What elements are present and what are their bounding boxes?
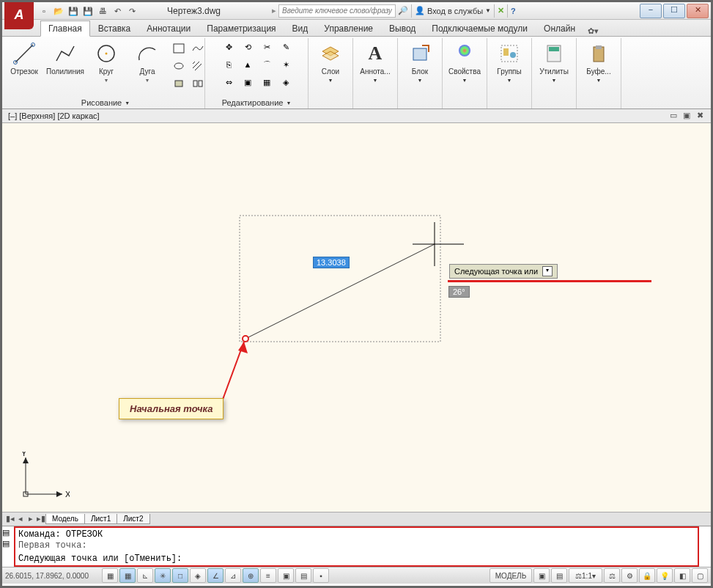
tab-output[interactable]: Вывод xyxy=(381,21,424,36)
move-icon[interactable]: ✥ xyxy=(219,38,238,56)
panel-groups[interactable]: Группы▼ xyxy=(487,38,532,109)
qat-new-icon[interactable]: ▫ xyxy=(38,5,50,17)
polar-button[interactable]: ✳ xyxy=(155,568,171,583)
otrack-button[interactable]: ∠ xyxy=(207,568,223,583)
tab-next-icon[interactable]: ▸ xyxy=(26,514,36,524)
tab-last-icon[interactable]: ▸▮ xyxy=(36,514,46,524)
cmd-prompt-line[interactable]: Следующая точка или [оТменить]: xyxy=(15,552,698,565)
copy-icon[interactable]: ⎘ xyxy=(219,56,238,73)
annotation-scale-button[interactable]: ⚖ 1:1▾ xyxy=(569,568,602,583)
qp-button[interactable]: ▤ xyxy=(295,568,311,583)
erase-icon[interactable]: ✎ xyxy=(276,38,295,56)
model-tab[interactable]: Модель xyxy=(45,514,85,524)
vp-minimize-icon[interactable]: ▭ xyxy=(668,111,679,121)
tab-manage[interactable]: Управление xyxy=(316,21,381,36)
cmd-opts-icon[interactable]: ▤ xyxy=(2,539,14,548)
osnap-button[interactable]: □ xyxy=(172,568,188,583)
model-space-button[interactable]: МОДЕЛЬ xyxy=(490,568,532,583)
panel-draw-label[interactable]: Рисование ▼ xyxy=(81,98,130,107)
panel-clipboard[interactable]: Буфе...▼ xyxy=(577,38,621,109)
app-menu-button[interactable]: A xyxy=(4,1,34,29)
explode-icon[interactable]: ✶ xyxy=(276,56,295,73)
tab-prev-icon[interactable]: ◂ xyxy=(15,514,26,524)
exchange-icon[interactable]: ✕ xyxy=(498,6,504,15)
annotation-visibility-icon[interactable]: ⚖ xyxy=(604,568,620,583)
drawing-canvas[interactable]: 13.3038 Следующая точка или ▾ 26° Началь… xyxy=(2,123,711,512)
panel-properties[interactable]: Свойства▼ xyxy=(443,38,487,109)
vp-maximize-icon[interactable]: ▣ xyxy=(681,111,692,121)
search-input[interactable] xyxy=(278,4,396,18)
binoculars-icon[interactable]: 🔎 xyxy=(398,6,408,15)
layout1-tab[interactable]: Лист1 xyxy=(84,514,117,524)
prompt-dropdown-icon[interactable]: ▾ xyxy=(542,266,553,276)
sc-button[interactable]: ▪ xyxy=(313,568,329,583)
line-button[interactable]: Отрезок xyxy=(5,38,43,84)
quickview-drawings-icon[interactable]: ▤ xyxy=(551,568,567,583)
snap-mode-button[interactable]: ▦ xyxy=(102,568,118,583)
layout2-tab[interactable]: Лист2 xyxy=(117,514,149,524)
tab-view[interactable]: Вид xyxy=(284,21,317,36)
rectangle-icon[interactable] xyxy=(169,40,188,57)
maximize-button[interactable]: ☐ xyxy=(663,4,685,18)
panel-annotation[interactable]: AАннота...▼ xyxy=(353,38,398,109)
polyline-button[interactable]: Полилиния xyxy=(46,38,84,84)
grid-button[interactable]: ▦ xyxy=(119,568,136,583)
tab-plugins[interactable]: Подключаемые модули xyxy=(424,21,536,36)
lineweight-button[interactable]: ≡ xyxy=(260,568,276,583)
hardware-accel-icon[interactable]: 💡 xyxy=(657,568,673,583)
model-tabs: ▮◂ ◂ ▸ ▸▮ Модель Лист1 Лист2 xyxy=(2,512,711,526)
clean-screen-icon[interactable]: ▢ xyxy=(692,568,708,583)
tab-online[interactable]: Онлайн xyxy=(536,21,583,36)
trim-icon[interactable]: ✂ xyxy=(257,38,276,56)
workspace-switch-icon[interactable]: ⚙ xyxy=(621,568,638,583)
dynamic-length-input[interactable]: 13.3038 xyxy=(313,257,350,268)
tab-parametric[interactable]: Параметризация xyxy=(199,21,284,36)
login-link[interactable]: 👤 Вход в службы ▼ xyxy=(415,6,491,15)
command-window[interactable]: ▤ ▤ Команда: ОТРЕЗОК Первая точка: Следу… xyxy=(2,526,711,567)
tab-home[interactable]: Главная xyxy=(40,21,90,37)
ribbon-more-icon[interactable]: ✿▾ xyxy=(588,26,599,36)
stretch-icon[interactable]: ⇔ xyxy=(219,73,238,91)
svg-rect-5 xyxy=(174,44,184,53)
minimize-button[interactable]: − xyxy=(640,4,662,18)
qat-save-icon[interactable]: 💾 xyxy=(67,5,79,17)
panel-utilities[interactable]: Утилиты▼ xyxy=(532,38,577,109)
close-button[interactable]: ✕ xyxy=(687,4,709,18)
tab-insert[interactable]: Вставка xyxy=(90,21,139,36)
qat-redo-icon[interactable]: ↷ xyxy=(126,5,138,17)
ellipse-icon[interactable] xyxy=(169,57,188,75)
panel-layers[interactable]: Слои▼ xyxy=(309,38,353,109)
ortho-button[interactable]: ⊾ xyxy=(137,568,153,583)
search-wrap: ▸ 🔎 xyxy=(272,4,408,18)
qat-saveas-icon[interactable]: 💾 xyxy=(82,5,94,17)
arc-button[interactable]: Дуга▼ xyxy=(128,38,166,84)
viewport-label[interactable]: [–] [Верхняя] [2D каркас] xyxy=(8,111,100,120)
viewport-label-row: [–] [Верхняя] [2D каркас] ▭ ▣ ✖ xyxy=(2,109,711,123)
array-icon[interactable]: ▦ xyxy=(257,73,276,91)
cmd-recent-icon[interactable]: ▤ xyxy=(2,528,14,537)
qat-print-icon[interactable]: 🖶 xyxy=(97,5,108,17)
panel-block[interactable]: Блок▼ xyxy=(398,38,443,109)
fillet-icon[interactable]: ⌒ xyxy=(257,56,276,73)
dyn-input-button[interactable]: ⊕ xyxy=(243,568,259,583)
mirror-icon[interactable]: ▲ xyxy=(238,56,257,73)
tab-annotate[interactable]: Аннотации xyxy=(138,21,199,36)
3dosnap-button[interactable]: ◈ xyxy=(190,568,206,583)
vp-close-icon[interactable]: ✖ xyxy=(695,111,705,121)
transparency-button[interactable]: ▣ xyxy=(278,568,294,583)
ducs-button[interactable]: ⊿ xyxy=(225,568,241,583)
qat-undo-icon[interactable]: ↶ xyxy=(111,5,123,17)
search-arrow-icon: ▸ xyxy=(272,6,276,15)
qat-open-icon[interactable]: 📂 xyxy=(53,5,64,17)
rotate-icon[interactable]: ⟲ xyxy=(238,38,257,56)
scale-icon[interactable]: ▣ xyxy=(238,73,257,91)
quickview-layouts-icon[interactable]: ▣ xyxy=(533,568,550,583)
panel-modify-label[interactable]: Редактирование ▼ xyxy=(222,98,292,107)
circle-button[interactable]: Круг▼ xyxy=(87,38,125,84)
offset-icon[interactable]: ◈ xyxy=(276,73,295,91)
isolate-objects-icon[interactable]: ◧ xyxy=(674,568,690,583)
tab-first-icon[interactable]: ▮◂ xyxy=(5,514,15,524)
toolbar-lock-icon[interactable]: 🔒 xyxy=(639,568,655,583)
region-icon[interactable] xyxy=(169,75,188,92)
help-icon[interactable]: ? xyxy=(511,7,516,15)
